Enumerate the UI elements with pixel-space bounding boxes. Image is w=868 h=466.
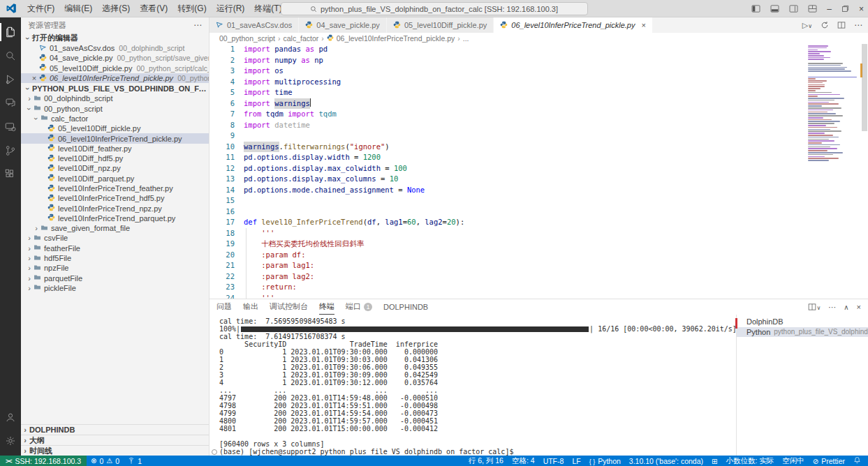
editor-tab[interactable]: 01_saveAsCsv.dos [209,17,299,33]
restore-icon[interactable] [841,5,849,13]
close-panel-icon[interactable]: × [857,303,861,311]
tree-item-00_python_script[interactable]: ›00_python_script [21,103,209,113]
terminal-output[interactable]: cal time: 7.569595098495483 s100%|| 16/1… [209,315,736,456]
menu-item-3[interactable]: 查看(V) [135,3,172,15]
explorer-more-actions-icon[interactable]: ⋯ [193,20,202,30]
split-editor-icon[interactable] [837,21,846,29]
tree-item-hdf5File[interactable]: ›hdf5File [21,253,209,263]
command-center-search[interactable]: python_plus_file_VS_dolphindb_on_factor_… [281,2,588,15]
open-editor-item[interactable]: 05_level10Diff_pickle.py00_python_script… [21,63,209,73]
minimap[interactable] [808,45,860,162]
toggle-sidebar-icon[interactable] [751,5,760,13]
project-root-header[interactable]: › PYTHON_PLUS_FILE_VS_DOLPHINDB_ON_FACTO… [21,83,209,93]
sync-changes-icon[interactable] [821,21,829,29]
breadcrumb-item[interactable]: ... [463,34,469,43]
tree-item-00_dolphindb_script[interactable]: ›00_dolphindb_script [21,93,209,103]
minimize-icon[interactable]: – [827,4,832,14]
breadcrumb[interactable]: 00_python_script›calc_factor›06_level10I… [209,33,868,44]
menu-item-2[interactable]: 选择(S) [97,3,135,15]
close-window-icon[interactable]: × [859,4,864,14]
open-editor-item[interactable]: 01_saveAsCsv.dos00_dolphindb_script [21,43,209,53]
panel-tab-问题[interactable]: 问题 [216,299,232,315]
status-item-7[interactable]: 小数位数: 实际 [721,456,778,466]
panel-tab-调试控制台[interactable]: 调试控制台 [270,299,308,315]
ports-status[interactable]: 1 [124,457,146,465]
status-item-8[interactable]: 空闲中 [778,456,809,466]
tree-item-level10Diff_parquet.py[interactable]: level10Diff_parquet.py [21,174,209,183]
sidebar-section-1[interactable]: ›大纲 [21,435,209,445]
activitybar-settings[interactable] [0,429,21,453]
status-item-9[interactable]: ⊘Prettier [809,457,849,465]
panel-tab-DOLPHINDB[interactable]: DOLPHINDB [383,299,428,315]
tree-item-npzFile[interactable]: ›npzFile [21,263,209,273]
sidebar-section-0[interactable]: ›DOLPHINDB [21,424,209,435]
activitybar-explorer[interactable] [0,20,21,44]
editor-tab[interactable]: 05_level10Diff_pickle.py [387,17,494,33]
remote-indicator[interactable]: >< SSH: 192.168.100.3 [0,456,87,466]
editor-more-actions-icon[interactable]: ⋯ [854,20,862,30]
activitybar-comments[interactable] [0,91,21,115]
terminal-instance-Python[interactable]: Pythonpython_plus_file_VS_dolphindb_on_f… [737,327,868,338]
tree-item-featherFile[interactable]: ›featherFile [21,243,209,253]
status-item-4[interactable]: { }Python [585,457,625,465]
tree-item-06_level10InferPriceTrend_pickle.py[interactable]: 06_level10InferPriceTrend_pickle.py [21,133,209,143]
run-python-file-button[interactable]: ▷∨ [802,21,812,30]
tree-item-level10InferPriceTrend_hdf5.py[interactable]: level10InferPriceTrend_hdf5.py [21,193,209,203]
toggle-panel-icon[interactable] [770,5,779,13]
split-terminal-icon[interactable]: ∨ [808,303,821,311]
menu-item-5[interactable]: 运行(R) [212,3,250,15]
close-icon[interactable]: × [641,21,645,29]
problems-status[interactable]: ⊗0 ⚠0 [87,457,124,465]
toggle-secondary-sidebar-icon[interactable] [789,5,798,13]
activitybar-run-debug[interactable] [0,68,21,91]
customize-layout-icon[interactable] [808,5,817,13]
activitybar-account[interactable] [0,405,21,429]
panel-tab-终端[interactable]: 终端 [319,299,334,315]
activitybar-extensions[interactable] [0,163,21,186]
menu-item-4[interactable]: 转到(G) [172,3,211,15]
open-editor-item[interactable]: 04_save_pickle.py00_python_script/save_g… [21,53,209,63]
status-item-3[interactable]: LF [568,457,584,465]
activitybar-remote-explorer[interactable] [0,115,21,139]
activitybar-source-control[interactable] [0,139,21,163]
status-item-6[interactable]: ⊞ [707,457,721,465]
tree-item-calc_factor[interactable]: ›calc_factor [21,114,209,123]
terminal-instance-DolphinDB[interactable]: DolphinDB [737,317,868,327]
status-item-5[interactable]: 3.10.10 ('base': conda) [625,457,707,465]
editor-tab[interactable]: 04_save_pickle.py [299,17,387,33]
line-number: 19 [209,239,244,250]
panel-more-actions-icon[interactable]: ⋯ [828,303,836,312]
tree-item-level10Diff_feather.py[interactable]: level10Diff_feather.py [21,144,209,153]
tree-item-parquetFile[interactable]: ›parquetFile [21,273,209,283]
status-item-1[interactable]: 空格: 4 [508,456,539,466]
tree-item-level10InferPriceTrend_parquet.py[interactable]: level10InferPriceTrend_parquet.py [21,213,209,223]
open-editor-item[interactable]: ×06_level10InferPriceTrend_pickle.py00_p… [21,73,209,83]
tree-item-level10InferPriceTrend_feather.py[interactable]: level10InferPriceTrend_feather.py [21,183,209,193]
tree-item-csvFile[interactable]: ›csvFile [21,233,209,243]
status-item-2[interactable]: UTF-8 [539,457,568,465]
menu-item-1[interactable]: 编辑(E) [59,3,97,15]
open-editors-header[interactable]: › 打开的编辑器 [21,33,209,43]
tree-item-level10Diff_npz.py[interactable]: level10Diff_npz.py [21,163,209,173]
status-item-10[interactable] [849,456,865,465]
maximize-panel-icon[interactable]: ∧ [844,303,848,311]
breadcrumb-item[interactable]: 06_level10InferPriceTrend_pickle.py [337,34,455,43]
code-token: = [350,152,363,163]
tree-item-pickleFile[interactable]: ›pickleFile [21,283,209,293]
close-icon[interactable]: × [29,74,39,82]
editor-scrollbar[interactable] [861,44,868,299]
editor-tab[interactable]: 06_level10InferPriceTrend_pickle.py× [494,17,653,33]
panel-tab-端口[interactable]: 端口1 [346,299,372,315]
panel-tab-输出[interactable]: 输出 [243,299,258,315]
menu-item-0[interactable]: 文件(F) [22,3,59,15]
code-editor[interactable]: 1import pandas as pd2import numpy as np3… [209,44,868,299]
activitybar-search[interactable] [0,44,21,68]
tree-item-05_level10Diff_pickle.py[interactable]: 05_level10Diff_pickle.py [21,123,209,133]
tree-item-level10Diff_hdf5.py[interactable]: level10Diff_hdf5.py [21,153,209,163]
status-item-0[interactable]: 行 6, 列 16 [464,456,508,466]
tree-item-level10InferPriceTrend_npz.py[interactable]: level10InferPriceTrend_npz.py [21,203,209,213]
breadcrumb-item[interactable]: calc_factor [283,34,318,43]
sidebar-section-2[interactable]: ›时间线 [21,445,209,456]
tree-item-save_given_format_file[interactable]: ›save_given_format_file [21,223,209,233]
breadcrumb-item[interactable]: 00_python_script [219,34,275,43]
